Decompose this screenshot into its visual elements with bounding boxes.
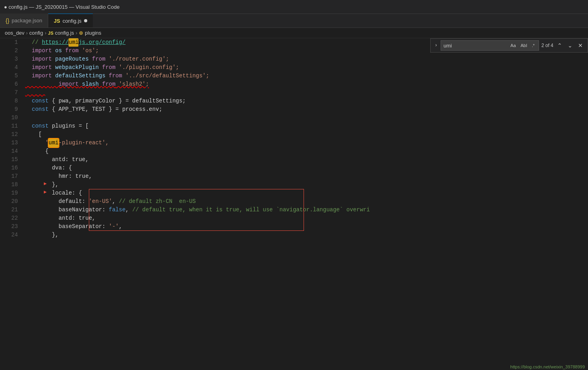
code-token: // default true, when it is true, will u… [132,206,370,214]
code-token: const [25,97,49,105]
find-expand-btn[interactable]: › [434,42,438,49]
code-token: 'en-US' [89,197,112,206]
line-num-24: 24 [0,231,18,239]
tab-modified-dot [84,19,87,22]
code-token: antd: true, [25,155,89,164]
line-num-21: 21 [0,206,18,214]
code-token: os [52,47,65,55]
title-bar: ● config.js — JS_20200015 — Visual Studi… [0,0,588,14]
code-token: { pwa, primaryColor } = defaultSettings; [49,97,186,105]
breadcrumb-icon-plugins: ⊕ [79,30,83,36]
find-regex-btn[interactable]: .* [530,43,536,49]
code-token: plugins = [ [49,122,89,130]
line-num-14: 14 [0,147,18,155]
code-line-17: hmr: true, [22,172,588,181]
code-token: [ [25,130,42,139]
code-token: slash [78,81,102,87]
code-token: from [102,63,116,72]
code-token: const [25,105,49,114]
code-token: from [92,55,106,63]
code-token: webpackPlugin [52,63,102,72]
breadcrumb-part-2[interactable]: config [29,30,43,36]
code-token: , [112,197,119,206]
umi-match-1: umi [69,38,78,47]
find-input-wrapper: Aa AbI .* [441,40,539,51]
code-token: { APP_TYPE, TEST } = process.env; [49,105,163,114]
line-num-3: 3 [0,55,18,63]
code-token: false [109,206,125,214]
code-token: js.org/config/ [78,38,125,47]
line-num-23: 23 [0,222,18,231]
line-num-11: 11 [0,122,18,130]
code-token: https:// [42,38,69,47]
tab-package-json[interactable]: {} package.json [0,14,48,28]
code-line-8: const { pwa, primaryColor } = defaultSet… [22,97,588,105]
breadcrumb-part-3[interactable]: config.js [55,30,74,36]
code-line-4: import webpackPlugin from './plugin.conf… [22,63,588,72]
code-line-19: locale: { [22,189,588,197]
code-token: locale: { [25,189,82,197]
code-line-9: const { APP_TYPE, TEST } = process.env; [22,105,588,114]
find-match-case-btn[interactable]: Aa [509,42,517,49]
code-token: // default zh-CN en-US [119,197,196,206]
code-token: , [119,222,122,231]
breadcrumb-sep-2: › [45,30,46,36]
tab-config-js[interactable]: JS config.js [48,14,93,28]
code-line-22: antd: true, [22,214,588,222]
find-input[interactable] [443,43,507,49]
code-content[interactable]: ▶ ▶ // https://umijs.org/config/ import … [22,38,588,370]
code-token: antd: true, [25,214,95,222]
line-num-1: 1 [0,38,18,47]
line-num-5: 5 [0,72,18,80]
code-token: pageRoutes [52,55,92,63]
js-icon: JS [54,18,60,24]
code-token: dva: { [25,164,72,172]
code-line-21: baseNavigator: false, // default true, w… [22,206,588,214]
line-numbers: 1 2 3 4 5 6 7 8 9 10 11 12 13 14 15 16 1… [0,38,22,370]
line-num-6: 6 [0,80,18,89]
line-num-4: 4 [0,63,18,72]
code-token: -plugin-react', [59,139,109,147]
code-token: from [65,47,79,55]
code-line-15: antd: true, [22,155,588,164]
breadcrumb-part-4[interactable]: plugins [85,30,101,36]
code-token: import [25,63,52,72]
code-token: import [52,81,78,87]
line-num-7: 7 [0,89,18,97]
line-num-15: 15 [0,155,18,164]
editor: 1 2 3 4 5 6 7 8 9 10 11 12 13 14 15 16 1… [0,38,588,370]
line-num-22: 22 [0,214,18,222]
status-bar: https://blog.csdn.net/weixin_39788999 [507,364,588,370]
find-match-word-btn[interactable]: AbI [519,42,529,49]
breadcrumb-part-1[interactable]: oos_dev [5,30,24,36]
find-count: 2 of 4 [541,43,553,48]
code-token: { [25,147,49,155]
code-line-11: const plugins = [ [22,122,588,130]
code-token: import [25,55,52,63]
find-prev-btn[interactable]: ⌃ [556,41,564,49]
find-next-btn[interactable]: ⌄ [566,41,574,49]
code-line-3: import pageRoutes from './router.config'… [22,55,588,63]
breadcrumb-js-icon: JS [48,31,53,35]
line-num-16: 16 [0,164,18,172]
code-line-18: }, [22,181,588,189]
code-line-13: 'umi-plugin-react', [22,139,588,147]
line-num-2: 2 [0,47,18,55]
find-close-btn[interactable]: ✕ [576,41,584,49]
code-token: }, [25,231,59,239]
code-line-24: }, [22,231,588,239]
code-token: hmr: true, [25,172,92,181]
code-line-7 [22,89,588,97]
code-token: 'os'; [78,47,98,55]
code-token: from [102,81,116,87]
code-line-12: [ [22,130,588,139]
code-line-16: dva: { [22,164,588,172]
line-num-8: 8 [0,97,18,105]
breadcrumb-sep-3: › [76,30,77,36]
code-line-23: baseSeparator: '-', [22,222,588,231]
line-num-9: 9 [0,105,18,114]
umi-match-current: umi [49,139,59,147]
code-token: baseNavigator: [25,206,109,214]
code-line-20: default: 'en-US', // default zh-CN en-US [22,197,588,206]
code-token: './plugin.config'; [116,63,179,72]
